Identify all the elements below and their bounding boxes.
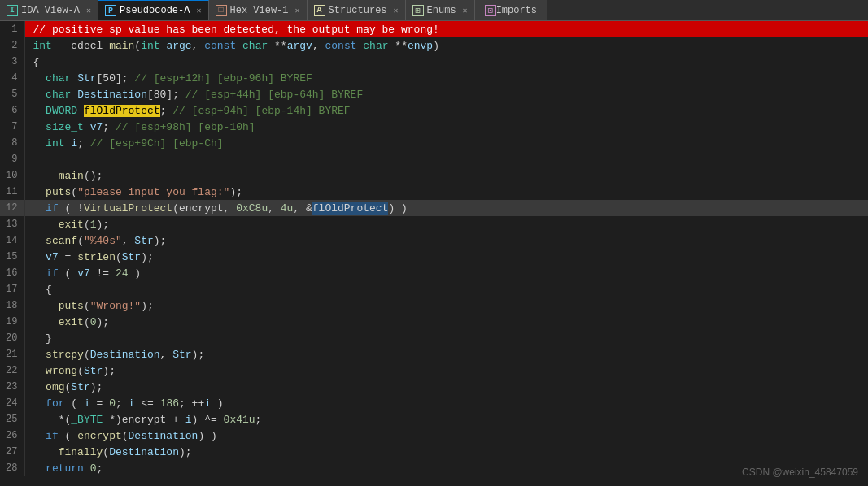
code-line: int i; // [esp+9Ch] [ebp-Ch] — [24, 135, 868, 151]
table-row: 24 for ( i = 0; i <= 186; ++i ) — [0, 395, 868, 411]
code-line: if ( encrypt(Destination) ) — [24, 427, 868, 444]
code-line: exit(0); — [24, 314, 868, 330]
code-line: exit(1); — [24, 216, 868, 232]
line-number: 10 — [0, 167, 24, 184]
line-number: 26 — [0, 427, 24, 444]
watermark: CSDN @weixin_45847059 — [742, 466, 858, 478]
code-line: size_t v7; // [esp+98h] [ebp-10h] — [24, 119, 868, 135]
table-row: 26 if ( encrypt(Destination) ) — [0, 427, 868, 444]
tab-hex-label: Hex View-1 — [230, 5, 289, 16]
line-number: 23 — [0, 379, 24, 395]
table-row: 15 v7 = strlen(Str); — [0, 249, 868, 265]
code-line: omg(Str); — [24, 379, 868, 395]
tab-struct-label: Structures — [329, 5, 387, 16]
code-line: v7 = strlen(Str); — [24, 249, 868, 265]
table-row: 8 int i; // [esp+9Ch] [ebp-Ch] — [0, 135, 868, 151]
line-number: 27 — [0, 444, 24, 460]
code-line: if ( !VirtualProtect(encrypt, 0xC8u, 4u,… — [24, 200, 868, 216]
line-number: 14 — [0, 232, 24, 249]
code-line: DWORD flOldProtect; // [esp+94h] [ebp-14… — [24, 102, 868, 119]
line-number: 20 — [0, 330, 24, 346]
code-line: scanf("%40s", Str); — [24, 232, 868, 249]
line-number: 21 — [0, 346, 24, 362]
code-line: int __cdecl main(int argc, const char **… — [24, 37, 868, 54]
line-number: 24 — [0, 395, 24, 411]
line-number: 3 — [0, 54, 24, 70]
line-number: 9 — [0, 151, 24, 167]
code-line: } — [24, 330, 868, 346]
code-line: char Destination[80]; // [esp+44h] [ebp-… — [24, 86, 868, 102]
line-number: 5 — [0, 86, 24, 102]
ida-icon: I — [7, 5, 18, 16]
code-line: for ( i = 0; i <= 186; ++i ) — [24, 395, 868, 411]
line-number: 22 — [0, 362, 24, 379]
tab-struct-close[interactable]: ✕ — [394, 6, 399, 15]
tab-hex-close[interactable]: ✕ — [295, 6, 300, 15]
table-row: 27 finally(Destination); — [0, 444, 868, 460]
code-line: wrong(Str); — [24, 362, 868, 379]
code-line: char Str[50]; // [esp+12h] [ebp-96h] BYR… — [24, 70, 868, 86]
table-row: 5 char Destination[80]; // [esp+44h] [eb… — [0, 86, 868, 102]
table-row: 6 DWORD flOldProtect; // [esp+94h] [ebp-… — [0, 102, 868, 119]
table-row: 13 exit(1); — [0, 216, 868, 232]
code-line: if ( v7 != 24 ) — [24, 265, 868, 281]
tab-enum-label: Enums — [427, 5, 456, 16]
line-number: 18 — [0, 297, 24, 314]
code-line — [24, 151, 868, 167]
table-row: 19 exit(0); — [0, 314, 868, 330]
tab-structures[interactable]: A Structures ✕ — [308, 0, 406, 20]
line-number: 17 — [0, 281, 24, 297]
table-row: 12 if ( !VirtualProtect(encrypt, 0xC8u, … — [0, 200, 868, 216]
table-row: 10 __main(); — [0, 167, 868, 184]
table-row: 25 *(_BYTE *)encrypt + i) ^= 0x41u; — [0, 411, 868, 427]
line-number: 28 — [0, 460, 24, 476]
tab-ida-label: IDA View-A — [21, 5, 80, 16]
struct-icon: A — [314, 5, 325, 16]
tab-ida-close[interactable]: ✕ — [86, 6, 91, 15]
code-line: *(_BYTE *)encrypt + i) ^= 0x41u; — [24, 411, 868, 427]
table-row: 21 strcpy(Destination, Str); — [0, 346, 868, 362]
line-number: 1 — [0, 21, 24, 37]
table-row: 9 — [0, 151, 868, 167]
code-table: 1 // positive sp value has been detected… — [0, 21, 868, 476]
table-row: 20 } — [0, 330, 868, 346]
line-number: 7 — [0, 119, 24, 135]
code-line: puts("please input you flag:"); — [24, 184, 868, 200]
line-number: 4 — [0, 70, 24, 86]
tab-ida-view[interactable]: I IDA View-A ✕ — [0, 0, 98, 20]
table-row: 14 scanf("%40s", Str); — [0, 232, 868, 249]
code-line: { — [24, 281, 868, 297]
table-row: 11 puts("please input you flag:"); — [0, 184, 868, 200]
table-row: 28 return 0; — [0, 460, 868, 476]
line-number: 13 — [0, 216, 24, 232]
line-number: 16 — [0, 265, 24, 281]
pseudo-icon: P — [105, 5, 116, 16]
table-row: 2 int __cdecl main(int argc, const char … — [0, 37, 868, 54]
enum-icon: ⊞ — [412, 5, 424, 16]
code-line: // positive sp value has been detected, … — [24, 21, 868, 37]
line-number: 19 — [0, 314, 24, 330]
line-number: 12 — [0, 200, 24, 216]
code-line: finally(Destination); — [24, 444, 868, 460]
import-icon: ⊡ — [485, 5, 496, 16]
line-number: 15 — [0, 249, 24, 265]
line-number: 25 — [0, 411, 24, 427]
table-row: 1 // positive sp value has been detected… — [0, 21, 868, 37]
tab-imports[interactable]: ⊡ Imports — [475, 0, 547, 20]
table-row: 22 wrong(Str); — [0, 362, 868, 379]
tab-pseudocode[interactable]: P Pseudocode-A ✕ — [98, 0, 208, 20]
tab-import-label: Imports — [496, 5, 537, 16]
tab-hex-view[interactable]: □ Hex View-1 ✕ — [209, 0, 308, 20]
hex-icon: □ — [216, 5, 227, 16]
code-line: { — [24, 54, 868, 70]
table-row: 3 { — [0, 54, 868, 70]
table-row: 4 char Str[50]; // [esp+12h] [ebp-96h] B… — [0, 70, 868, 86]
tab-enum-close[interactable]: ✕ — [463, 6, 468, 15]
code-area[interactable]: 1 // positive sp value has been detected… — [0, 21, 868, 486]
tab-enums[interactable]: ⊞ Enums ✕ — [406, 0, 475, 20]
tab-pseudo-close[interactable]: ✕ — [196, 6, 201, 15]
code-line: __main(); — [24, 167, 868, 184]
line-number: 8 — [0, 135, 24, 151]
line-number: 11 — [0, 184, 24, 200]
tab-pseudo-label: Pseudocode-A — [120, 5, 190, 16]
